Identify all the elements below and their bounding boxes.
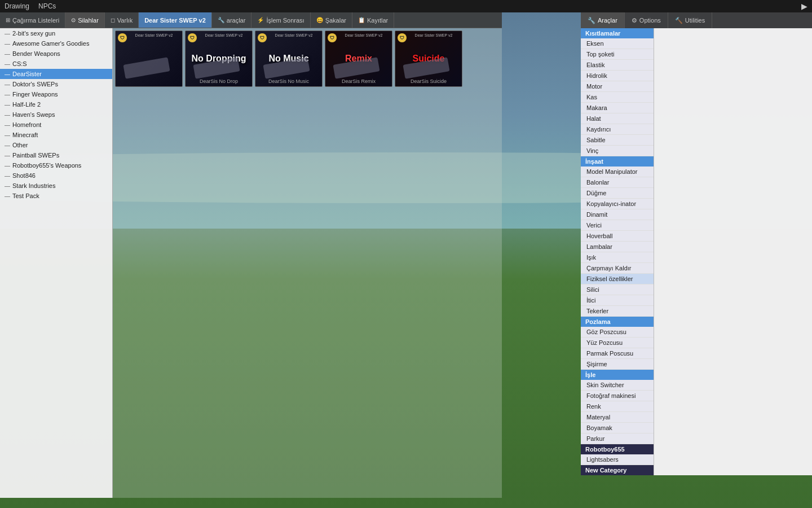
- sidebar-label: Half-Life 2: [12, 101, 41, 108]
- tab-cagirma[interactable]: ⊞ Çağırma Listeleri: [0, 12, 65, 28]
- tools-item-fiziksel-özellikler[interactable]: Fiziksel özellikler: [581, 274, 654, 284]
- weapon-overlay: No Music: [255, 54, 322, 64]
- tools-item-göz-poszcusu[interactable]: Göz Poszcusu: [581, 327, 654, 338]
- tools-item-model-manipulator[interactable]: Model Manipulator: [581, 167, 654, 177]
- bullet-icon: —: [5, 132, 10, 138]
- weapon-name-label: DearSis Remix: [325, 78, 392, 84]
- sidebar-item-homefront[interactable]: —Homefront: [0, 120, 112, 130]
- weapon-card-w5[interactable]: 🛡 Dear Sister SWEP v2 Suicide DearSis Su…: [395, 30, 462, 87]
- tools-item-lambalar[interactable]: Lambalar: [581, 242, 654, 252]
- weapon-overlay: Remix: [325, 54, 392, 64]
- right-tab-options[interactable]: ⚙ Options: [625, 12, 668, 28]
- tools-item-şişirme[interactable]: Şişirme: [581, 359, 654, 370]
- sidebar-item-css[interactable]: —CS:S: [0, 59, 112, 69]
- sidebar-scroll[interactable]: —2-bit's sexy gun—Awesome Gamer's Goodie…: [0, 28, 112, 498]
- weapon-title: Dear Sister SWEP v2: [408, 33, 460, 37]
- tools-item-yüz-pozcusu[interactable]: Yüz Pozcusu: [581, 338, 654, 348]
- sidebar-item-stark[interactable]: —Stark Industries: [0, 181, 112, 191]
- tools-item-top-şoketi[interactable]: Top şoketi: [581, 49, 654, 60]
- tools-item-motor[interactable]: Motor: [581, 81, 654, 92]
- hammer-icon: 🔨: [675, 17, 683, 24]
- tab-kayitlar[interactable]: 📋 Kayıtlar: [352, 12, 394, 28]
- bullet-icon: —: [5, 51, 10, 57]
- bullet-icon: —: [5, 102, 10, 108]
- tools-item-verici[interactable]: Verici: [581, 220, 654, 231]
- tab-sakalar[interactable]: 😄 Şakalar: [311, 12, 352, 28]
- bullet-icon: —: [5, 142, 10, 148]
- tab-varlik[interactable]: ◻ Varlık: [105, 12, 139, 28]
- sidebar-label: DearSister: [12, 71, 42, 77]
- sidebar-item-robotboy[interactable]: —Robotboy655's Weapons: [0, 160, 112, 170]
- weapon-bg: 🛡 Dear Sister SWEP v2 Remix DearSis Remi…: [325, 31, 392, 86]
- tools-item-silici[interactable]: Silici: [581, 284, 654, 295]
- sidebar-item-awesome[interactable]: —Awesome Gamer's Goodies: [0, 38, 112, 49]
- right-tab-utilities[interactable]: 🔨 Utilities: [668, 12, 712, 28]
- tools-item-sabitle[interactable]: Sabitle: [581, 135, 654, 146]
- sidebar-label: Finger Weapons: [12, 91, 58, 98]
- sidebar-item-other[interactable]: —Other: [0, 140, 112, 150]
- tools-item-halat[interactable]: Halat: [581, 113, 654, 124]
- weapon-card-w1[interactable]: 🛡 Dear Sister SWEP v2: [115, 30, 183, 87]
- sidebar-item-dearsister[interactable]: —DearSister: [0, 69, 112, 79]
- tools-item-balonlar[interactable]: Balonlar: [581, 177, 654, 188]
- tools-item-dinamit[interactable]: Dinamit: [581, 209, 654, 220]
- tools-item-kopyalayıcı-inator[interactable]: Kopyalayıcı-inator: [581, 199, 654, 209]
- tools-item-kas[interactable]: Kas: [581, 92, 654, 103]
- tools-item-çarpmayı-kaldır[interactable]: Çarpmayı Kaldır: [581, 263, 654, 274]
- tools-list: KısıtlamalarEksenTop şoketiElastikHidrol…: [581, 28, 654, 475]
- tab-silahlar[interactable]: ⊙ Silahlar: [65, 12, 105, 28]
- tools-item-parkur[interactable]: Parkur: [581, 433, 654, 444]
- tools-item-boyamak[interactable]: Boyamak: [581, 423, 654, 433]
- sidebar-item-havens[interactable]: —Haven's Sweps: [0, 110, 112, 120]
- bullet-icon: —: [5, 91, 10, 98]
- sidebar-label: Robotboy655's Weapons: [12, 162, 81, 169]
- tab-islem[interactable]: ⚡ İşlem Sonrası: [251, 12, 310, 28]
- sidebar-item-doktor[interactable]: —Doktor's SWEPs: [0, 79, 112, 89]
- tools-item-parmak-poscusu[interactable]: Parmak Poscusu: [581, 348, 654, 359]
- sidebar-item-shot846[interactable]: —Shot846: [0, 170, 112, 181]
- clipboard-icon: 📋: [358, 17, 365, 23]
- tools-item-eksen[interactable]: Eksen: [581, 38, 654, 49]
- weapon-name-label: DearSis No Drop: [186, 78, 252, 84]
- tools-item-materyal[interactable]: Materyal: [581, 412, 654, 423]
- tools-item-skin-switcher[interactable]: Skin Switcher: [581, 380, 654, 391]
- sidebar-item-halflife2[interactable]: —Half-Life 2: [0, 99, 112, 110]
- topbar-drawing[interactable]: Drawing: [5, 2, 29, 10]
- sidebar-item-paintball[interactable]: —Paintball SWEPs: [0, 150, 112, 160]
- tools-item-elastik[interactable]: Elastik: [581, 60, 654, 71]
- tools-item-tekerler[interactable]: Tekerler: [581, 306, 654, 317]
- weapon-name-label: DearSis No Music: [255, 78, 322, 84]
- weapon-card-w4[interactable]: 🛡 Dear Sister SWEP v2 Remix DearSis Remi…: [325, 30, 392, 87]
- tools-item-kaydırıcı[interactable]: Kaydırıcı: [581, 124, 654, 135]
- topbar-npcs[interactable]: NPCs: [38, 2, 56, 10]
- bullet-icon: —: [5, 163, 10, 169]
- sidebar-item-testpack[interactable]: —Test Pack: [0, 191, 112, 201]
- sidebar-item-bender[interactable]: —Bender Weapons: [0, 49, 112, 59]
- tab-araclar[interactable]: 🔧 araçlar: [212, 12, 252, 28]
- tools-item-i̇tici[interactable]: İtici: [581, 295, 654, 306]
- weapon-card-w2[interactable]: 🛡 Dear Sister SWEP v2 No Dropping DearSi…: [185, 30, 253, 87]
- tools-item-işık[interactable]: Işık: [581, 252, 654, 263]
- tools-scroll[interactable]: KısıtlamalarEksenTop şoketiElastikHidrol…: [581, 28, 654, 475]
- wrench-small-icon: 🔧: [218, 17, 224, 23]
- sidebar-item-2bit[interactable]: —2-bit's sexy gun: [0, 28, 112, 38]
- bullet-icon: —: [5, 61, 10, 67]
- weapon-card-w3[interactable]: 🛡 Dear Sister SWEP v2 No Music DearSis N…: [255, 30, 323, 87]
- tab-dear-sister[interactable]: Dear Sister SWEP v2: [139, 12, 212, 28]
- tools-item-lightsabers[interactable]: Lightsabers: [581, 454, 654, 465]
- tools-item-fotoğraf-makinesi[interactable]: Fotoğraf makinesi: [581, 391, 654, 401]
- right-tab-araclar[interactable]: 🔧 Araçlar: [581, 12, 625, 28]
- sidebar-item-minecraft[interactable]: —Minecraft: [0, 130, 112, 140]
- sidebar-label: Awesome Gamer's Goodies: [12, 40, 89, 47]
- tools-item-hidrolik[interactable]: Hidrolik: [581, 71, 654, 81]
- tools-item-makara[interactable]: Makara: [581, 103, 654, 113]
- weapon-area: 🛡 Dear Sister SWEP v2 🛡 Dear Sister SWEP…: [113, 28, 502, 498]
- sidebar-item-finger[interactable]: —Finger Weapons: [0, 89, 112, 99]
- tools-item-düğme[interactable]: Düğme: [581, 188, 654, 199]
- bullet-icon: —: [5, 112, 10, 118]
- sidebar-label: CS:S: [12, 60, 27, 67]
- tools-item-renk[interactable]: Renk: [581, 401, 654, 412]
- tools-item-hoverball[interactable]: Hoverball: [581, 231, 654, 242]
- tools-item-vinç[interactable]: Vinç: [581, 146, 654, 156]
- weapon-badge: 🛡: [118, 33, 127, 42]
